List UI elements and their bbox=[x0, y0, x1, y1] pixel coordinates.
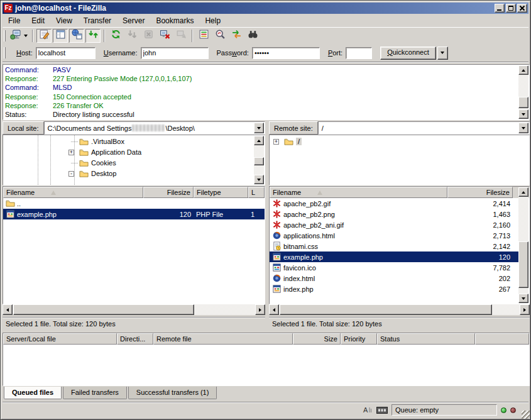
refresh-button[interactable] bbox=[108, 29, 123, 43]
combo-dropdown-button[interactable] bbox=[518, 123, 528, 133]
local-directory-tree: .VirtualBox+Application DataCookies-Desk… bbox=[3, 135, 265, 185]
quickconnect-button[interactable]: Quickconnect bbox=[380, 47, 436, 60]
local-tree-vertical-scrollbar[interactable] bbox=[254, 136, 264, 184]
collapse-icon[interactable]: - bbox=[68, 171, 74, 177]
toggle-remote-tree-button[interactable] bbox=[69, 29, 84, 43]
log-line-type: Response: bbox=[5, 74, 53, 83]
scroll-left-button[interactable] bbox=[3, 304, 13, 315]
quickconnect-grip[interactable] bbox=[4, 47, 6, 58]
site-manager-button[interactable] bbox=[9, 29, 29, 43]
disconnect-button[interactable] bbox=[157, 29, 172, 43]
cancel-button[interactable] bbox=[141, 29, 156, 43]
log-line: Response:226 Transfer OK bbox=[5, 101, 517, 110]
column-header-filetype[interactable]: Filetype bbox=[194, 187, 248, 198]
column-header-filename[interactable]: Filename bbox=[270, 187, 447, 198]
column-header-l[interactable]: L bbox=[248, 187, 265, 198]
file-row-apache-pb2-ani-gif[interactable]: apache_pb2_ani.gif2,160 bbox=[270, 219, 519, 230]
process-queue-icon bbox=[127, 29, 138, 42]
column-header-filesize[interactable]: Filesize bbox=[447, 187, 513, 198]
scrollbar-thumb[interactable] bbox=[518, 97, 528, 108]
close-button[interactable] bbox=[517, 4, 527, 13]
file-row-apache-pb2-gif[interactable]: apache_pb2.gif2,414 bbox=[270, 198, 519, 209]
menu-file[interactable]: File bbox=[3, 15, 26, 26]
combo-dropdown-button[interactable] bbox=[254, 123, 264, 133]
file-row-favicon-ico[interactable]: favicon.ico7,782 bbox=[270, 262, 519, 273]
tree-item-application-data[interactable]: +Application Data bbox=[3, 147, 265, 158]
tab-queued-files[interactable]: Queued files bbox=[4, 387, 62, 399]
scroll-up-button[interactable] bbox=[518, 65, 528, 75]
remote-list-vertical-scrollbar[interactable] bbox=[518, 187, 528, 303]
tree-item-cookies[interactable]: Cookies bbox=[3, 158, 265, 169]
log-line: Command:MLSD bbox=[5, 83, 517, 92]
menu-edit[interactable]: Edit bbox=[26, 15, 50, 26]
queue-column-remote-file[interactable]: Remote file bbox=[153, 333, 293, 345]
column-header-label: Size bbox=[324, 335, 337, 343]
scroll-right-button[interactable] bbox=[520, 304, 530, 315]
scroll-down-button[interactable] bbox=[254, 175, 264, 184]
tree-item-label: Application Data bbox=[91, 148, 141, 156]
file-row-example-php[interactable]: example.php120 bbox=[270, 251, 519, 262]
remote-list-horizontal-scrollbar[interactable] bbox=[269, 304, 530, 315]
port-input[interactable] bbox=[346, 47, 372, 59]
toggle-local-tree-button[interactable] bbox=[53, 29, 68, 43]
local-site-combobox[interactable]: C:\Documents and Settings\Desktop\ bbox=[44, 121, 265, 135]
find-button[interactable] bbox=[245, 29, 260, 43]
tab-successful-transfers-1[interactable]: Successful transfers (1) bbox=[128, 387, 217, 399]
column-header-filename[interactable]: Filename bbox=[3, 187, 143, 198]
scroll-down-button[interactable] bbox=[518, 294, 528, 303]
message-log: Command:PASVResponse:227 Entering Passiv… bbox=[3, 64, 530, 120]
menu-bookmarks[interactable]: Bookmarks bbox=[150, 15, 199, 26]
password-input[interactable] bbox=[252, 47, 320, 59]
scroll-up-button[interactable] bbox=[518, 187, 528, 197]
filter-button[interactable] bbox=[196, 29, 211, 43]
queue-column-size[interactable]: Size bbox=[293, 333, 341, 345]
host-input[interactable] bbox=[36, 47, 96, 59]
tree-item-virtualbox[interactable]: .VirtualBox bbox=[3, 136, 265, 147]
scroll-down-button[interactable] bbox=[518, 109, 528, 119]
file-row-applications-html[interactable]: applications.html2,713 bbox=[270, 230, 519, 241]
file-row-apache-pb2-png[interactable]: apache_pb2.png1,463 bbox=[270, 209, 519, 219]
file-row-index-php[interactable]: index.php267 bbox=[270, 284, 519, 294]
expand-icon[interactable]: + bbox=[273, 139, 279, 145]
file-row-[interactable]: .. bbox=[3, 198, 265, 209]
scroll-left-button[interactable] bbox=[269, 304, 279, 315]
minimize-button[interactable] bbox=[495, 4, 505, 13]
maximize-button[interactable] bbox=[506, 4, 516, 13]
scrollbar-thumb[interactable] bbox=[254, 157, 264, 165]
queue-column-directi[interactable]: Directi... bbox=[117, 333, 153, 345]
file-row-bitnami-css[interactable]: bitnami.css2,142 bbox=[270, 241, 519, 251]
scrollbar-thumb[interactable] bbox=[280, 304, 492, 315]
toolbar-grip[interactable] bbox=[4, 30, 6, 41]
menu-view[interactable]: View bbox=[50, 15, 78, 26]
tree-item-[interactable]: +/ bbox=[270, 136, 529, 147]
reconnect-button[interactable] bbox=[173, 29, 189, 43]
local-list-horizontal-scrollbar[interactable] bbox=[3, 304, 265, 315]
username-input[interactable] bbox=[141, 47, 209, 59]
log-vertical-scrollbar[interactable] bbox=[518, 65, 528, 119]
scrollbar-thumb[interactable] bbox=[13, 304, 194, 315]
file-row-example-php[interactable]: example.php120PHP File1 bbox=[3, 209, 265, 219]
tab-failed-transfers[interactable]: Failed transfers bbox=[63, 387, 127, 399]
menu-server[interactable]: Server bbox=[117, 15, 150, 26]
remote-site-combobox[interactable]: / bbox=[318, 121, 530, 135]
dropdown-arrow-icon[interactable] bbox=[24, 35, 28, 37]
column-header-filesize[interactable]: Filesize bbox=[143, 187, 194, 198]
scroll-up-button[interactable] bbox=[254, 136, 264, 145]
tree-item-desktop[interactable]: -Desktop bbox=[3, 169, 265, 179]
expand-icon[interactable]: + bbox=[68, 150, 74, 155]
file-row-index-html[interactable]: index.html202 bbox=[270, 273, 519, 284]
toggle-queue-button[interactable] bbox=[85, 29, 101, 43]
quickconnect-dropdown-button[interactable] bbox=[437, 47, 448, 60]
toggle-log-button[interactable] bbox=[36, 29, 52, 43]
compare-button[interactable] bbox=[212, 29, 227, 43]
process-queue-button[interactable] bbox=[124, 29, 140, 43]
menu-help[interactable]: Help bbox=[199, 15, 226, 26]
menu-transfer[interactable]: Transfer bbox=[78, 15, 117, 26]
queue-column-priority[interactable]: Priority bbox=[341, 333, 377, 345]
scrollbar-thumb[interactable] bbox=[518, 241, 528, 288]
queue-column-status[interactable]: Status bbox=[377, 333, 475, 345]
queue-column-server-local-file[interactable]: Server/Local file bbox=[3, 333, 117, 345]
resize-grip[interactable] bbox=[522, 411, 530, 419]
scroll-right-button[interactable] bbox=[255, 304, 265, 315]
sync-browse-button[interactable] bbox=[229, 29, 244, 43]
